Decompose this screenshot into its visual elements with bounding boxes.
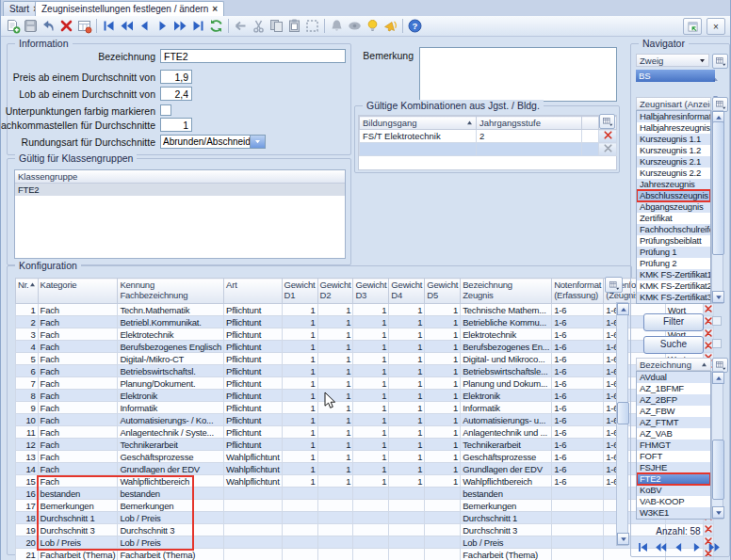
cell[interactable]: 1 — [389, 402, 425, 414]
cell[interactable]: Automatisierungs- u... — [461, 414, 552, 426]
table-row[interactable]: 5FachDigital-/Mikro-CTPflichtunt11111Dig… — [16, 353, 714, 365]
prev-fast-icon[interactable] — [653, 540, 668, 554]
table-row[interactable]: 17BemerkungenBemerkungenBemerkungen — [16, 500, 714, 512]
cell[interactable]: Betriebl.Kommunikat. — [118, 316, 224, 328]
cell[interactable]: Fach — [38, 463, 118, 475]
cell[interactable]: 1 — [282, 439, 317, 451]
tab-zeugniseinstellungen[interactable]: Zeugniseinstellungen festlegen / ändern× — [35, 1, 224, 16]
cell[interactable] — [282, 512, 317, 524]
cell[interactable] — [389, 524, 425, 536]
next-fast-icon[interactable] — [171, 17, 189, 35]
cell[interactable]: 1-6 — [552, 341, 604, 353]
table-row[interactable]: 12FachTechnikerarbeitPflichtunt11111Tech… — [16, 439, 714, 451]
cell[interactable]: Technikerarbeit — [118, 439, 224, 451]
cell[interactable]: Fach — [38, 353, 118, 365]
next-record-icon[interactable] — [689, 540, 704, 554]
cell[interactable]: Techn.Mathematik — [118, 304, 224, 316]
cell[interactable]: Durchschnitt 3 — [118, 524, 224, 536]
cell[interactable] — [224, 549, 283, 560]
cell[interactable]: 1 — [353, 439, 389, 451]
filter-checkbox[interactable] — [712, 316, 722, 326]
scrollbar-thumb[interactable] — [712, 440, 724, 500]
cell[interactable]: Fach — [38, 451, 118, 463]
cell[interactable]: 1 — [425, 390, 461, 402]
list-item[interactable]: KMK FS-Zertifikat3 — [637, 292, 710, 303]
cell[interactable] — [317, 536, 353, 549]
cell[interactable] — [552, 500, 604, 512]
cell[interactable]: Pflichtunt — [224, 341, 283, 353]
cell[interactable]: 1 — [282, 328, 317, 341]
list-item[interactable]: AZ_2BFP — [637, 394, 710, 406]
cell[interactable]: 1 — [317, 365, 353, 377]
table-row[interactable]: 18Durchschnitt 1Lob / PreisDurchschnitt … — [16, 512, 714, 524]
cell[interactable]: 1-6 — [552, 390, 604, 402]
cell[interactable]: 1 — [353, 353, 389, 365]
cell[interactable]: 7 — [16, 377, 39, 390]
cell[interactable] — [282, 488, 317, 500]
list-item[interactable]: FTE2 — [637, 473, 710, 485]
cell[interactable]: Pflichtunt — [224, 353, 283, 365]
cell[interactable]: Wahlpflichtunt — [224, 475, 283, 488]
list-item[interactable]: Halbjahresinformati... — [637, 111, 710, 122]
cell[interactable]: 1 — [282, 426, 317, 439]
cell[interactable]: 1 — [353, 316, 389, 328]
cell[interactable] — [282, 549, 317, 560]
cell[interactable] — [389, 500, 425, 512]
cell[interactable]: Anlagentechnik / Syste... — [118, 426, 224, 439]
paste-icon[interactable] — [285, 17, 303, 35]
list-item[interactable]: VAB-KOOP — [637, 496, 710, 507]
cell[interactable] — [552, 488, 604, 500]
list-item[interactable]: FSJHE — [637, 462, 710, 473]
cell[interactable]: Wahlpflichtunt — [224, 463, 283, 475]
cell[interactable]: Grundlagen der EDV — [118, 463, 224, 475]
cell[interactable]: Elektrotechnik — [461, 328, 552, 341]
cell[interactable]: 1 — [389, 316, 425, 328]
cell[interactable]: 1 — [389, 341, 425, 353]
list-item[interactable]: AZ_1BFMF — [637, 383, 710, 394]
cell[interactable]: Pflichtunt — [224, 304, 283, 316]
undo-icon[interactable] — [40, 17, 57, 35]
cell[interactable]: 1 — [317, 304, 353, 316]
cell[interactable]: 1-6 — [552, 451, 604, 463]
eye-icon[interactable] — [346, 17, 364, 35]
table-row[interactable]: 20Lob / PreisLob / PreisLob / Preis — [16, 536, 714, 549]
cell[interactable]: Fach — [38, 426, 118, 439]
cell[interactable]: 1 — [317, 341, 353, 353]
list-item[interactable]: AVdual — [637, 372, 710, 383]
cell[interactable]: Fach — [38, 341, 118, 353]
column-header-gewicht[interactable]: GewichtD4 — [389, 279, 425, 304]
cell[interactable]: Geschäftsprozesse — [118, 451, 224, 463]
column-header-gewicht[interactable]: GewichtD5 — [425, 279, 461, 304]
cell[interactable]: 1 — [317, 451, 353, 463]
cell[interactable]: 1 — [353, 328, 389, 341]
refresh-icon[interactable] — [207, 17, 225, 35]
unterpunktungen-farbig-checkbox[interactable] — [160, 104, 171, 116]
cell[interactable] — [389, 536, 425, 549]
cell[interactable] — [425, 524, 461, 536]
cell[interactable]: 1 — [353, 365, 389, 377]
cell[interactable]: 4 — [16, 341, 39, 353]
cell[interactable]: 6 — [16, 365, 39, 377]
cell[interactable]: Informatik — [461, 402, 552, 414]
cell[interactable] — [552, 524, 604, 536]
cell[interactable]: Fach — [38, 365, 118, 377]
cell[interactable]: 1-6 — [552, 439, 604, 451]
cell[interactable]: Durchschnitt 1 — [461, 512, 552, 524]
list-item[interactable]: KMK FS-Zertifikat2 — [637, 280, 710, 292]
cell[interactable]: 1 — [317, 353, 353, 365]
cell[interactable]: 1-6 — [552, 377, 604, 390]
cell[interactable]: Pflichtunt — [224, 328, 283, 341]
placeholder-row[interactable] — [360, 143, 617, 156]
cell[interactable]: 12 — [16, 439, 39, 451]
column-header-art[interactable]: Art — [224, 279, 283, 304]
cell[interactable]: 1 — [353, 475, 389, 488]
suche-button[interactable]: Suche — [643, 336, 704, 354]
cell[interactable]: 1 — [389, 377, 425, 390]
cell[interactable]: Berufsbezogenes En... — [461, 341, 552, 353]
cell[interactable]: Anlagentechnik und ... — [461, 426, 552, 439]
cell[interactable] — [552, 512, 604, 524]
list-item[interactable]: Abgangszeugnis — [637, 201, 710, 213]
cell[interactable]: Durchschnitt 3 — [38, 524, 118, 536]
table-row[interactable]: 15FachWahlpflichtbereichWahlpflichtunt11… — [16, 475, 714, 488]
cell[interactable]: 1 — [425, 377, 461, 390]
